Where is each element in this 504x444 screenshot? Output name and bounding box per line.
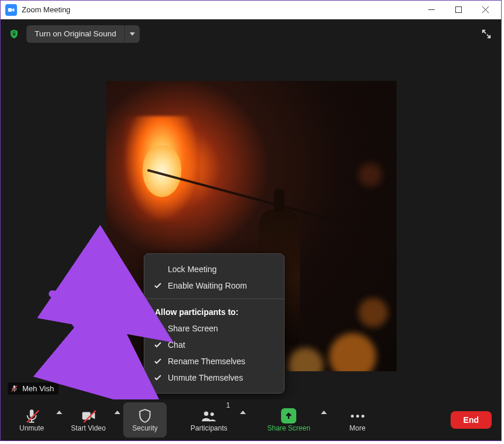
meeting-topbar: Turn on Original Sound — [8, 25, 494, 43]
svg-rect-5 — [13, 33, 16, 36]
svg-rect-2 — [455, 7, 461, 13]
share-options-caret[interactable] — [318, 402, 330, 438]
meeting-toolbar: Unmute Start Video Security — [1, 399, 501, 440]
audio-options-caret[interactable] — [53, 402, 65, 438]
encryption-shield-icon[interactable] — [8, 28, 21, 40]
start-video-label: Start Video — [71, 424, 106, 432]
popup-unmute[interactable]: Unmute Themselves — [144, 370, 284, 386]
window-controls — [418, 1, 499, 19]
slash-icon — [25, 409, 40, 424]
popup-chat-label: Chat — [168, 340, 185, 350]
share-screen-label: Share Screen — [267, 424, 310, 432]
meeting-area: Turn on Original Sound — [1, 19, 501, 399]
unmute-label: Unmute — [19, 424, 44, 432]
zoom-app-icon — [5, 4, 17, 16]
popup-separator — [144, 299, 284, 299]
popup-chat[interactable]: Chat — [144, 337, 284, 353]
start-video-button[interactable]: Start Video — [65, 402, 111, 438]
check-icon — [154, 283, 162, 289]
popup-share-screen[interactable]: Share Screen — [144, 320, 284, 337]
share-screen-button[interactable]: Share Screen — [259, 402, 318, 438]
check-icon — [154, 358, 162, 364]
more-label: More — [349, 424, 365, 432]
svg-line-12 — [27, 411, 39, 422]
popup-rename[interactable]: Rename Themselves — [144, 353, 284, 370]
window-title: Zoom Meeting — [22, 5, 70, 14]
participants-label: Participants — [191, 424, 228, 432]
popup-waiting-room-label: Enable Waiting Room — [168, 281, 247, 290]
original-sound-dropdown[interactable] — [124, 25, 140, 43]
popup-unmute-label: Unmute Themselves — [168, 373, 243, 382]
popup-rename-label: Rename Themselves — [168, 357, 245, 366]
security-popup: Lock Meeting Enable Waiting Room Allow p… — [144, 253, 285, 394]
svg-line-14 — [84, 411, 96, 422]
close-button[interactable] — [472, 1, 499, 19]
end-meeting-button[interactable]: End — [451, 411, 492, 429]
participants-icon — [201, 408, 217, 423]
svg-point-15 — [204, 412, 208, 416]
check-icon — [154, 342, 162, 348]
svg-rect-0 — [8, 8, 12, 12]
popup-lock-meeting-label: Lock Meeting — [168, 265, 217, 274]
more-dots-icon — [351, 415, 364, 418]
share-screen-icon — [281, 408, 296, 423]
slash-icon — [82, 409, 97, 424]
participants-options-caret[interactable] — [237, 402, 249, 438]
popup-waiting-room[interactable]: Enable Waiting Room — [144, 277, 284, 294]
shield-icon — [137, 408, 153, 423]
security-button[interactable]: Security — [123, 402, 167, 438]
participant-name: Meh Vish — [22, 384, 54, 393]
participants-button[interactable]: 1 Participants — [181, 402, 237, 438]
video-options-caret[interactable] — [111, 402, 123, 438]
unmute-button[interactable]: Unmute — [10, 402, 53, 438]
popup-share-screen-label: Share Screen — [168, 324, 218, 333]
check-icon — [154, 375, 162, 381]
maximize-button[interactable] — [445, 1, 472, 19]
app-window: Zoom Meeting Turn on Original Sound — [0, 0, 502, 441]
titlebar: Zoom Meeting — [1, 1, 501, 19]
original-sound-button[interactable]: Turn on Original Sound — [26, 25, 124, 43]
muted-mic-icon — [10, 384, 19, 393]
popup-lock-meeting[interactable]: Lock Meeting — [144, 261, 284, 277]
security-label: Security — [132, 424, 157, 432]
fullscreen-button[interactable] — [479, 26, 494, 42]
minimize-button[interactable] — [418, 1, 445, 19]
participants-count: 1 — [226, 401, 230, 409]
svg-point-16 — [211, 412, 214, 416]
popup-allow-header: Allow participants to: — [144, 304, 284, 320]
more-button[interactable]: More — [336, 402, 379, 438]
participant-name-tag: Meh Vish — [8, 382, 59, 395]
original-sound-toggle: Turn on Original Sound — [26, 25, 140, 43]
